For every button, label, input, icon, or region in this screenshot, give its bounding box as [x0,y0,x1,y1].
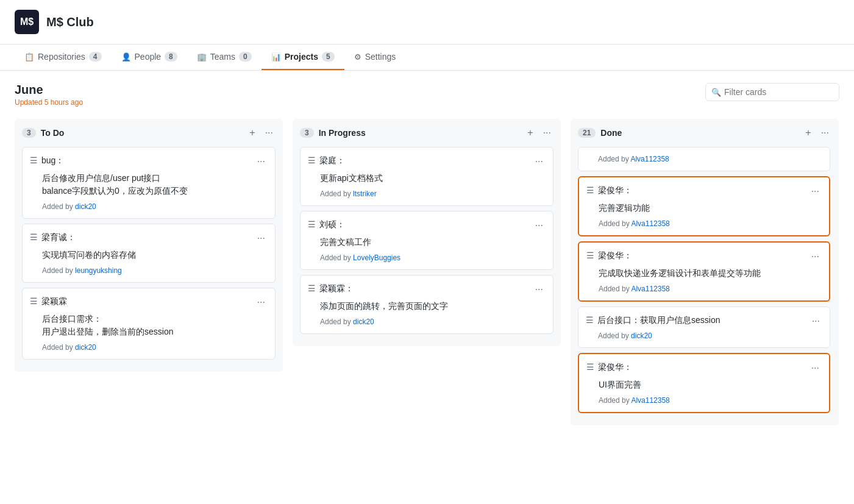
checklist-icon-card1: ☰ [30,155,38,165]
people-label: People [135,52,162,62]
search-icon: 🔍 [711,88,721,97]
card-author-done1: Alva112358 [631,219,669,228]
card-body-card6: 添加页面的跳转，完善页面的文字 [320,300,546,313]
repositories-count: 4 [89,52,102,62]
card-menu-button-card5[interactable]: ··· [533,219,546,232]
card-menu-button-card2[interactable]: ··· [255,232,268,245]
card-author-card1: dick20 [75,202,96,211]
card-done3[interactable]: ☰后台接口：获取用户信息session···Added by dick20 [578,307,830,348]
repositories-label: Repositories [38,52,85,62]
card-card1[interactable]: ☰bug：···后台修改用户信息/user put接口balance字段默认为0… [22,147,276,219]
checklist-icon-done1: ☰ [586,185,594,195]
column-done: 21Done+···Added by Alva112358☰梁俊华：···完善逻… [571,119,839,425]
card-menu-button-done3[interactable]: ··· [810,314,822,328]
more-options-button-todo[interactable]: ··· [263,126,276,140]
card-done4[interactable]: ☰梁俊华：···UI界面完善Added by Alva112358 [578,353,830,413]
card-card6[interactable]: ☰梁颖霖：···添加页面的跳转，完善页面的文字Added by dick20 [300,275,553,334]
project-header: June Updated 5 hours ago 🔍 [15,83,839,107]
checklist-icon-done4: ☰ [586,362,594,372]
column-count-inprogress: 3 [300,128,314,138]
projects-count: 5 [322,52,335,62]
more-options-button-inprogress[interactable]: ··· [541,126,553,140]
card-footer-done0: Added by Alva112358 [598,155,822,163]
card-author-card3: dick20 [75,343,96,352]
card-done2[interactable]: ☰梁俊华：···完成取快递业务逻辑设计和表单提交等功能Added by Alva… [578,241,830,302]
column-header-todo: 3To Do+··· [22,126,276,140]
card-author-done3: dick20 [631,332,652,340]
card-body-card1: 后台修改用户信息/user put接口balance字段默认为0，应改为原值不变 [42,172,268,197]
checklist-icon-card2: ☰ [30,232,38,242]
card-done0[interactable]: Added by Alva112358 [578,147,830,171]
add-card-button-todo[interactable]: + [247,126,257,140]
column-title-done: Done [600,128,798,138]
card-body-card4: 更新api文档格式 [320,172,546,185]
org-name: M$ Club [46,15,94,29]
tab-people[interactable]: 👤People8 [112,44,187,70]
card-menu-button-card6[interactable]: ··· [533,283,546,296]
teams-icon: 🏢 [197,52,207,62]
card-footer-done3: Added by dick20 [598,332,822,340]
card-title-card6: 梁颖霖： [319,283,354,295]
column-title-inprogress: In Progress [319,128,521,138]
done-cards-wrapper: Added by Alva112358☰梁俊华：···完善逻辑功能Added b… [578,147,831,418]
repositories-icon: 📋 [24,52,34,62]
card-body-done2: 完成取快递业务逻辑设计和表单提交等功能 [599,267,822,280]
checklist-icon-card3: ☰ [30,296,38,306]
board: 3To Do+···☰bug：···后台修改用户信息/user put接口bal… [15,119,839,425]
settings-label: Settings [365,52,396,62]
card-done1[interactable]: ☰梁俊华：···完善逻辑功能Added by Alva112358 [578,176,830,236]
card-card5[interactable]: ☰刘硕：···完善文稿工作Added by LovelyBuggies [300,211,553,270]
card-menu-button-card4[interactable]: ··· [533,155,546,168]
card-card4[interactable]: ☰梁庭：···更新api文档格式Added by ltstriker [300,147,553,206]
org-header: M$ M$ Club [0,0,854,44]
card-menu-button-card1[interactable]: ··· [255,155,268,168]
checklist-icon-card6: ☰ [308,283,316,293]
card-title-card5: 刘硕： [319,219,345,231]
card-footer-card3: Added by dick20 [42,343,268,352]
filter-cards-input[interactable] [705,83,839,101]
tab-projects[interactable]: 📊Projects5 [262,44,344,70]
projects-label: Projects [285,52,318,62]
card-title-card3: 梁颖霖 [41,296,67,308]
card-footer-card1: Added by dick20 [42,202,268,211]
column-count-done: 21 [578,128,596,138]
card-footer-done2: Added by Alva112358 [599,285,822,293]
card-menu-button-done2[interactable]: ··· [809,250,822,263]
people-count: 8 [165,52,177,62]
card-footer-done4: Added by Alva112358 [599,396,822,405]
filter-input-wrapper: 🔍 [705,83,839,101]
tab-teams[interactable]: 🏢Teams0 [187,44,262,70]
add-card-button-inprogress[interactable]: + [525,126,535,140]
card-body-card5: 完善文稿工作 [320,236,546,249]
card-footer-card6: Added by dick20 [320,318,546,326]
card-menu-button-done4[interactable]: ··· [809,361,822,375]
card-title-card1: bug： [41,155,64,167]
card-body-done1: 完善逻辑功能 [599,202,822,215]
card-author-card6: dick20 [353,318,374,326]
tab-repositories[interactable]: 📋Repositories4 [15,44,112,70]
card-body-card3: 后台接口需求：用户退出登陆，删除当前的session [42,313,268,338]
card-author-done2: Alva112358 [631,285,669,293]
card-author-card4: ltstriker [353,190,377,198]
column-header-inprogress: 3In Progress+··· [300,126,553,140]
add-card-button-done[interactable]: + [803,126,813,140]
card-menu-button-card3[interactable]: ··· [255,296,268,309]
card-footer-card4: Added by ltstriker [320,190,546,198]
teams-count: 0 [239,52,252,62]
more-options-button-done[interactable]: ··· [819,126,831,140]
card-footer-card2: Added by leungyukshing [42,266,268,275]
card-menu-button-done1[interactable]: ··· [809,185,822,198]
card-title-card4: 梁庭： [319,155,345,167]
card-card3[interactable]: ☰梁颖霖···后台接口需求：用户退出登陆，删除当前的sessionAdded b… [22,288,276,360]
column-title-todo: To Do [41,128,243,138]
tab-settings[interactable]: ⚙Settings [344,44,406,70]
project-updated: Updated 5 hours ago [15,98,83,107]
projects-container: June Updated 5 hours ago 🔍 3To Do+···☰bu… [0,71,854,438]
checklist-icon-done3: ☰ [586,315,594,325]
people-icon: 👤 [121,52,131,62]
column-count-todo: 3 [22,128,36,138]
nav-tabs: 📋Repositories4👤People8🏢Teams0📊Projects5⚙… [0,44,854,71]
checklist-icon-card5: ☰ [308,219,316,229]
card-body-card2: 实现填写问卷的内容存储 [42,249,268,261]
card-card2[interactable]: ☰梁育诚：···实现填写问卷的内容存储Added by leungyukshin… [22,224,276,283]
